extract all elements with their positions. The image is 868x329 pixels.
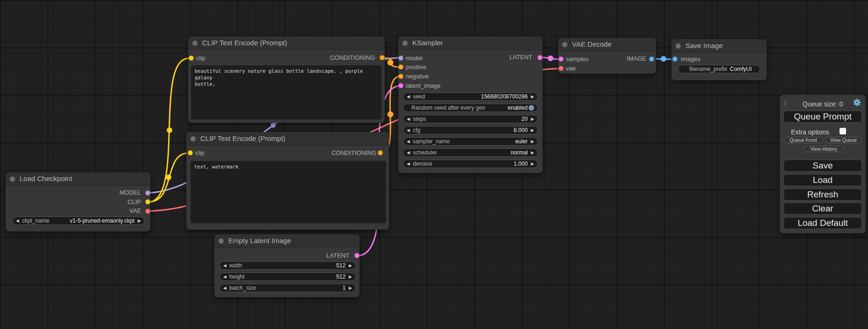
view-queue-button[interactable]: View Queue (825, 137, 862, 143)
widget-value: euler (515, 138, 528, 145)
collapse-dot-icon[interactable] (219, 238, 224, 244)
increment-arrow-icon[interactable]: ▶ (531, 148, 534, 157)
node-vae-decode[interactable]: VAE Decode samples vae IMAGE (558, 38, 656, 74)
decrement-arrow-icon[interactable]: ◀ (223, 284, 226, 292)
widget-value: ComfyUI (730, 66, 752, 72)
queue-front-button[interactable]: Queue Front (783, 137, 823, 143)
increment-arrow-icon[interactable]: ▶ (531, 160, 534, 168)
output-slot-model[interactable] (145, 190, 150, 196)
widget-label: filename_prefix (689, 66, 727, 72)
widget-label: steps (413, 116, 426, 122)
random-seed-toggle-widget[interactable]: Random seed after every gen enabled (403, 104, 538, 112)
increment-arrow-icon[interactable]: ▶ (349, 284, 352, 292)
node-load-checkpoint[interactable]: Load Checkpoint MODEL CLIP VAE ◀ ckpt_na… (6, 172, 150, 231)
prompt-textarea[interactable]: text, watermark (191, 161, 386, 223)
seed-widget[interactable]: ◀ seed 156680208700286 ▶ (403, 92, 538, 101)
node-titlebar[interactable]: CLIP Text Encode (Prompt) (188, 36, 385, 50)
node-empty-latent-image[interactable]: Empty Latent Image LATENT ◀ width 512 ▶ … (214, 234, 360, 297)
decrement-arrow-icon[interactable]: ◀ (407, 92, 410, 101)
output-label-latent: LATENT (509, 54, 532, 61)
output-slot-conditioning[interactable] (378, 150, 383, 155)
output-slot-clip[interactable] (145, 199, 150, 204)
decrement-arrow-icon[interactable]: ◀ (407, 137, 410, 146)
output-label-vae: VAE (129, 207, 141, 215)
widget-value: 512 (336, 273, 346, 280)
node-title: Empty Latent Image (228, 234, 291, 247)
output-slot-vae[interactable] (145, 209, 150, 214)
decrement-arrow-icon[interactable]: ◀ (407, 160, 410, 168)
output-slot-latent[interactable] (537, 55, 543, 60)
input-slot-samples[interactable] (558, 56, 564, 62)
output-slot-conditioning[interactable] (380, 55, 385, 60)
node-ksampler[interactable]: KSampler model positive negative latent_… (398, 36, 543, 173)
input-slot-clip[interactable] (189, 56, 194, 61)
cfg-widget[interactable]: ◀ cfg 8.000 ▶ (403, 126, 538, 134)
node-titlebar[interactable]: Load Checkpoint (6, 172, 150, 186)
input-slot-clip[interactable] (188, 150, 193, 155)
collapse-dot-icon[interactable] (191, 136, 196, 141)
decrement-arrow-icon[interactable]: ◀ (407, 115, 410, 123)
widget-label: denoise (413, 161, 432, 167)
widget-value: 8.000 (514, 127, 528, 133)
input-slot-vae[interactable] (558, 66, 564, 71)
load-button[interactable]: Load (783, 174, 862, 186)
height-widget[interactable]: ◀ height 512 ▶ (219, 273, 356, 281)
increment-arrow-icon[interactable]: ▶ (349, 273, 352, 281)
increment-arrow-icon[interactable]: ▶ (138, 217, 141, 225)
output-slot-latent[interactable] (354, 253, 360, 258)
node-save-image[interactable]: Save Image images filename_prefix ComfyU… (671, 39, 767, 80)
node-title: KSampler (412, 36, 443, 49)
collapse-dot-icon[interactable] (402, 41, 408, 46)
steps-widget[interactable]: ◀ steps 20 ▶ (403, 115, 538, 123)
widget-label: ckpt_name (22, 217, 49, 224)
increment-arrow-icon[interactable]: ▶ (531, 115, 534, 123)
refresh-button[interactable]: Refresh (783, 189, 862, 201)
clear-button[interactable]: Clear (783, 203, 862, 215)
node-titlebar[interactable]: VAE Decode (558, 38, 656, 51)
decrement-arrow-icon[interactable]: ◀ (407, 148, 410, 157)
decrement-arrow-icon[interactable]: ◀ (407, 126, 410, 134)
collapse-dot-icon[interactable] (562, 42, 567, 47)
save-button[interactable]: Save (783, 160, 862, 172)
extra-options-checkbox[interactable] (840, 128, 846, 134)
node-titlebar[interactable]: Empty Latent Image (214, 234, 360, 248)
collapse-dot-icon[interactable] (676, 43, 681, 49)
node-titlebar[interactable]: CLIP Text Encode (Prompt) (186, 132, 389, 146)
input-label-clip: clip (196, 55, 205, 62)
decrement-arrow-icon[interactable]: ◀ (223, 273, 226, 281)
decrement-arrow-icon[interactable]: ◀ (223, 261, 226, 270)
node-title: CLIP Text Encode (Prompt) (202, 36, 287, 49)
ckpt-name-widget[interactable]: ◀ ckpt_name v1-5-pruned-emaonly.ckpt ▶ (12, 217, 145, 225)
filename-prefix-widget[interactable]: filename_prefix ComfyUI (678, 65, 760, 73)
width-widget[interactable]: ◀ width 512 ▶ (219, 261, 356, 270)
sampler-name-widget[interactable]: ◀ sampler_name euler ▶ (403, 137, 538, 146)
decrement-arrow-icon[interactable]: ◀ (16, 217, 19, 225)
output-slot-image[interactable] (649, 56, 654, 62)
input-slot-positive[interactable] (398, 64, 403, 70)
collapse-dot-icon[interactable] (10, 176, 15, 182)
increment-arrow-icon[interactable]: ▶ (531, 92, 534, 101)
view-history-button[interactable]: View History (804, 146, 844, 152)
increment-arrow-icon[interactable]: ▶ (531, 137, 534, 146)
batch-size-widget[interactable]: ◀ batch_size 1 ▶ (219, 284, 356, 292)
load-default-button[interactable]: Load Default (783, 217, 862, 229)
input-slot-latent-image[interactable] (398, 83, 403, 88)
collapse-dot-icon[interactable] (192, 41, 198, 46)
input-label-vae: vae (566, 65, 576, 72)
queue-prompt-button[interactable]: Queue Prompt (783, 111, 862, 123)
input-slot-images[interactable] (672, 56, 677, 62)
scheduler-widget[interactable]: ◀ scheduler normal ▶ (403, 148, 538, 157)
prompt-textarea[interactable]: beautiful scenery nature glass bottle la… (191, 65, 381, 119)
input-slot-model[interactable] (398, 56, 403, 61)
increment-arrow-icon[interactable]: ▶ (531, 126, 534, 134)
node-title: VAE Decode (572, 38, 612, 51)
gear-icon[interactable] (853, 98, 861, 106)
denoise-widget[interactable]: ◀ denoise 1.000 ▶ (403, 160, 538, 168)
input-slot-negative[interactable] (398, 74, 403, 79)
increment-arrow-icon[interactable]: ▶ (349, 261, 352, 270)
node-titlebar[interactable]: Save Image (671, 39, 767, 53)
node-clip-text-encode-positive[interactable]: CLIP Text Encode (Prompt) clip CONDITION… (188, 36, 385, 123)
node-titlebar[interactable]: KSampler (398, 36, 543, 50)
node-clip-text-encode-negative[interactable]: CLIP Text Encode (Prompt) clip CONDITION… (186, 132, 389, 230)
toggle-circle-icon[interactable] (529, 105, 534, 111)
